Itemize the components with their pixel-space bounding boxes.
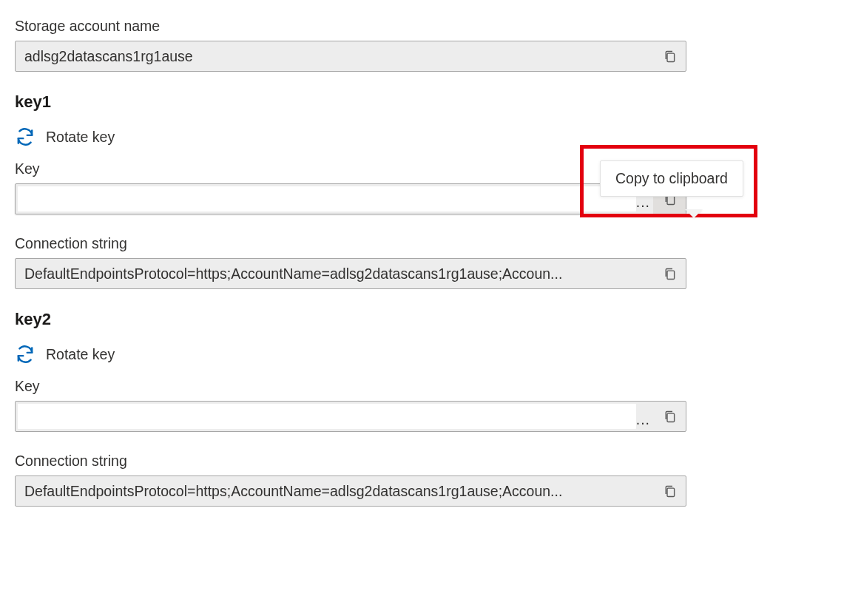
tooltip-arrow-icon	[685, 209, 703, 218]
key2-key-field: ...	[15, 401, 686, 432]
key1-rotate-label: Rotate key	[46, 129, 115, 146]
key1-key-value[interactable]	[18, 186, 636, 211]
svg-rect-0	[667, 53, 675, 61]
key1-heading: key1	[15, 92, 846, 112]
copy-icon	[662, 409, 678, 424]
copy-key1-conn-button[interactable]	[653, 259, 686, 288]
key1-conn-value[interactable]: DefaultEndpointsProtocol=https;AccountNa…	[16, 259, 653, 288]
key2-key-group: Key ...	[15, 378, 846, 432]
key2-conn-group: Connection string DefaultEndpointsProtoc…	[15, 453, 846, 507]
key2-key-ellipsis: ...	[636, 402, 653, 431]
key1-conn-field: DefaultEndpointsProtocol=https;AccountNa…	[15, 258, 686, 289]
key2-key-value[interactable]	[18, 404, 636, 429]
key2-rotate-label: Rotate key	[46, 346, 115, 363]
key2-rotate-button[interactable]: Rotate key	[15, 344, 846, 365]
copy-tooltip-text: Copy to clipboard	[615, 170, 728, 186]
rotate-icon	[15, 126, 36, 147]
storage-account-name-group: Storage account name adlsg2datascans1rg1…	[15, 18, 846, 72]
svg-rect-4	[667, 488, 675, 496]
svg-rect-3	[667, 413, 675, 422]
copy-tooltip: Copy to clipboard	[600, 160, 743, 197]
key2-key-label: Key	[15, 378, 846, 395]
copy-key2-conn-button[interactable]	[653, 476, 686, 506]
key2-conn-label: Connection string	[15, 453, 846, 470]
rotate-icon	[15, 344, 36, 365]
copy-icon	[662, 266, 678, 282]
key2-conn-value[interactable]: DefaultEndpointsProtocol=https;AccountNa…	[16, 476, 653, 506]
storage-account-name-label: Storage account name	[15, 18, 846, 35]
storage-account-name-field: adlsg2datascans1rg1ause	[15, 41, 686, 72]
access-keys-pane: Storage account name adlsg2datascans1rg1…	[0, 0, 861, 616]
copy-icon	[662, 49, 678, 64]
copy-storage-name-button[interactable]	[653, 41, 686, 71]
key2-heading: key2	[15, 310, 846, 329]
copy-icon	[662, 484, 678, 499]
key1-conn-group: Connection string DefaultEndpointsProtoc…	[15, 235, 846, 289]
tooltip-highlight-box: Copy to clipboard	[580, 145, 757, 217]
key2-conn-field: DefaultEndpointsProtocol=https;AccountNa…	[15, 475, 686, 507]
storage-account-name-value[interactable]: adlsg2datascans1rg1ause	[16, 41, 653, 71]
key1-rotate-button[interactable]: Rotate key	[15, 126, 846, 147]
key1-conn-label: Connection string	[15, 235, 846, 252]
copy-key2-button[interactable]	[653, 402, 686, 431]
svg-rect-2	[667, 271, 675, 279]
